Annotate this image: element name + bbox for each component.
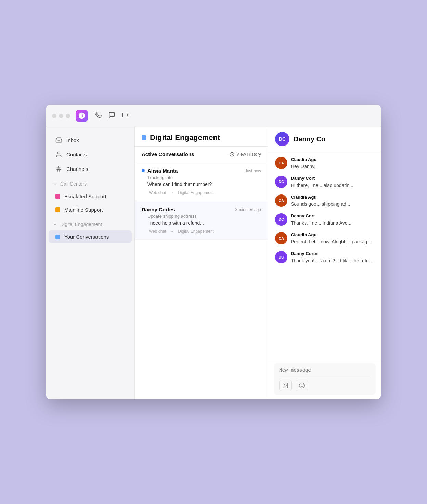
conv-name-1: Alisia Marita bbox=[147, 168, 178, 174]
escalated-label: Escalated Support bbox=[64, 193, 106, 199]
message-row-6: DC Danny Cortn Thank you! ... a call? I'… bbox=[275, 251, 374, 264]
conv-route-1: Web chat → Digital Engagement bbox=[147, 190, 261, 195]
message-row-3: CA Claudia Agu Sounds goo... shipping ad… bbox=[275, 194, 374, 208]
panel-title-icon bbox=[142, 135, 146, 140]
channels-label: Channels bbox=[66, 166, 88, 172]
message-input-area bbox=[268, 359, 381, 399]
view-history-button[interactable]: View History bbox=[230, 152, 261, 157]
messages-area: CA Claudia Agu Hey Danny, DC Danny Cort … bbox=[268, 151, 381, 359]
msg-content-6: Danny Cortn Thank you! ... a call? I'd l… bbox=[291, 251, 374, 264]
your-conversations-color-indicator bbox=[55, 235, 60, 239]
msg-content-2: Danny Cort Hi there, I ne... also updati… bbox=[291, 176, 374, 189]
msg-avatar-2: DC bbox=[275, 176, 287, 188]
video-icon[interactable] bbox=[122, 112, 130, 120]
conv-route-from-1: Web chat bbox=[149, 190, 166, 195]
view-history-label: View History bbox=[236, 152, 261, 157]
chat-header: DC Danny Co bbox=[268, 127, 381, 151]
chevron-down-icon bbox=[53, 181, 57, 186]
escalated-color-indicator bbox=[55, 194, 60, 199]
digital-engagement-label: Digital Engagement bbox=[60, 222, 102, 227]
msg-sender-5: Claudia Agu bbox=[291, 232, 374, 237]
image-attach-button[interactable] bbox=[279, 380, 292, 391]
message-input-box bbox=[274, 363, 376, 395]
sidebar-item-your-conversations[interactable]: Your Conversations bbox=[49, 230, 132, 243]
digital-engagement-section[interactable]: Digital Engagement bbox=[46, 219, 134, 230]
emoji-button[interactable] bbox=[296, 380, 308, 391]
svg-point-2 bbox=[58, 152, 60, 154]
conv-preview-2: I need help with a refund... bbox=[147, 220, 261, 226]
sidebar-item-contacts[interactable]: Contacts bbox=[49, 148, 132, 161]
your-conversations-label: Your Conversations bbox=[64, 234, 109, 240]
conv-name-2: Danny Cortes bbox=[142, 206, 175, 212]
app-logo-icon bbox=[78, 112, 86, 119]
msg-sender-3: Claudia Agu bbox=[291, 194, 374, 200]
conv-subject-1: Tracking info bbox=[147, 175, 261, 180]
center-panel: Digital Engagement Active Conversations … bbox=[135, 127, 268, 399]
active-conversations-label: Active Conversations bbox=[142, 151, 194, 157]
history-icon bbox=[230, 152, 234, 157]
input-actions bbox=[279, 377, 370, 391]
message-row-2: DC Danny Cort Hi there, I ne... also upd… bbox=[275, 176, 374, 189]
conv-route-to-2: Digital Engagement bbox=[178, 229, 214, 234]
contacts-icon bbox=[55, 151, 62, 158]
message-row-5: CA Claudia Agu Perfect. Let... now. Alri… bbox=[275, 232, 374, 245]
msg-text-3: Sounds goo... shipping ad... bbox=[291, 201, 374, 208]
conv-preview-1: Where can I find that number? bbox=[147, 181, 261, 187]
sidebar-item-channels[interactable]: Channels bbox=[49, 162, 132, 176]
panel-header: Digital Engagement bbox=[135, 127, 268, 147]
minimize-button[interactable] bbox=[59, 114, 63, 118]
sidebar-item-inbox[interactable]: Inbox bbox=[49, 133, 132, 147]
conv-route-2: Web chat → Digital Engagement bbox=[147, 229, 261, 234]
phone-icon[interactable] bbox=[95, 112, 102, 120]
image-icon bbox=[282, 382, 288, 389]
message-row-4: DC Danny Cort Thanks, I ne... Indiana Av… bbox=[275, 213, 374, 227]
inbox-label: Inbox bbox=[66, 137, 79, 143]
svg-marker-0 bbox=[127, 113, 129, 116]
mainline-color-indicator bbox=[55, 207, 60, 212]
conv-subject-2: Update shipping address bbox=[147, 214, 261, 219]
svg-point-9 bbox=[284, 384, 285, 385]
conversations-header: Active Conversations View History bbox=[135, 147, 268, 162]
msg-sender-1: Claudia Agu bbox=[291, 157, 374, 162]
call-centers-label: Call Centers bbox=[60, 181, 87, 187]
msg-sender-4: Danny Cort bbox=[291, 213, 374, 218]
conv-route-arrow-1: → bbox=[170, 190, 174, 195]
contact-avatar: DC bbox=[275, 132, 289, 146]
sidebar-item-escalated[interactable]: Escalated Support bbox=[49, 190, 132, 203]
msg-text-6: Thank you! ... a call? I'd lik... the re… bbox=[291, 257, 374, 264]
svg-rect-1 bbox=[123, 113, 127, 117]
msg-content-5: Claudia Agu Perfect. Let... now. Alright… bbox=[291, 232, 374, 245]
svg-line-5 bbox=[58, 166, 59, 172]
emoji-icon bbox=[299, 382, 305, 389]
conv-item-header-2: Danny Cortes 3 minutes ago bbox=[142, 206, 261, 212]
traffic-lights bbox=[52, 114, 70, 118]
main-content: Inbox Contacts Channels bbox=[46, 127, 381, 399]
sidebar-item-mainline[interactable]: Mainline Support bbox=[49, 203, 132, 216]
contacts-label: Contacts bbox=[66, 152, 87, 158]
conversation-item-danny[interactable]: Danny Cortes 3 minutes ago Update shippi… bbox=[135, 201, 268, 240]
svg-point-10 bbox=[299, 383, 305, 388]
conversation-item-alisia[interactable]: Alisia Marita Just now Tracking info Whe… bbox=[135, 162, 268, 201]
msg-text-1: Hey Danny, bbox=[291, 163, 374, 170]
inbox-icon bbox=[55, 137, 62, 143]
conv-name-wrapper-1: Alisia Marita bbox=[142, 168, 178, 174]
msg-text-2: Hi there, I ne... also updatin... bbox=[291, 182, 374, 189]
hash-icon bbox=[55, 165, 62, 172]
titlebar-actions bbox=[95, 112, 130, 120]
chat-icon[interactable] bbox=[108, 112, 115, 120]
conv-route-to-1: Digital Engagement bbox=[178, 190, 214, 195]
conv-route-arrow-2: → bbox=[170, 229, 174, 234]
msg-text-4: Thanks, I ne... Indiana Ave,... bbox=[291, 219, 374, 227]
msg-avatar-5: CA bbox=[275, 232, 287, 244]
message-input[interactable] bbox=[279, 367, 370, 373]
close-button[interactable] bbox=[52, 114, 56, 118]
conv-name-wrapper-2: Danny Cortes bbox=[142, 206, 175, 212]
call-centers-section[interactable]: Call Centers bbox=[46, 178, 134, 189]
msg-sender-6: Danny Cortn bbox=[291, 251, 374, 256]
maximize-button[interactable] bbox=[66, 114, 70, 118]
chevron-down-icon-2 bbox=[53, 222, 57, 227]
msg-text-5: Perfect. Let... now. Alright,... package… bbox=[291, 238, 374, 245]
msg-avatar-3: CA bbox=[275, 194, 287, 207]
panel-title: Digital Engagement bbox=[150, 133, 220, 142]
conv-item-header-1: Alisia Marita Just now bbox=[142, 168, 261, 174]
